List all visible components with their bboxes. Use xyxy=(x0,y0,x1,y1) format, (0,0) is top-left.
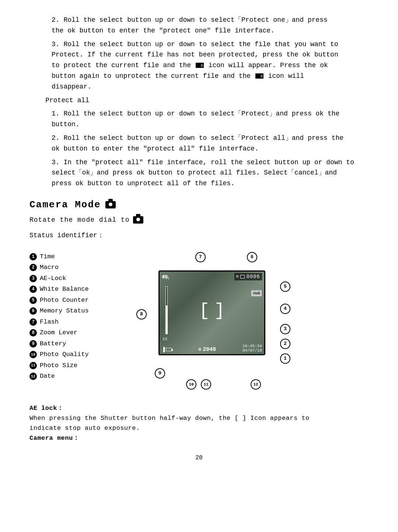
protect-all-label: Protect all xyxy=(29,95,369,106)
list-item: 9 Battery xyxy=(29,339,122,349)
diagram-container: 7 6 5 4 8 3 2 1 9 10 11 12 xyxy=(136,252,291,392)
intro-para1: 2. Roll the select button up or down to … xyxy=(52,15,369,36)
list-item: 2 Macro xyxy=(29,263,122,272)
intro-p2-l4: icon will appear. Press the ok xyxy=(209,62,328,69)
camera-screen-inner: ⚡A M 0006 4X xyxy=(160,272,264,354)
memory-display: ⊠ 2048 xyxy=(198,346,216,353)
bullet-12: 12 xyxy=(29,373,37,380)
camera-menu-label: Camera menu： xyxy=(29,433,369,443)
ae-lock-heading: AE lock： xyxy=(29,403,369,413)
pa-step3: 3. In the "protect all" file interface, … xyxy=(52,157,369,189)
rotate-line: Rotate the mode dial to xyxy=(29,216,369,224)
cam-counter: M 0006 xyxy=(234,273,262,280)
callout-12: 12 xyxy=(251,379,261,390)
datetime-display: 16:45:34 04/07/18 xyxy=(242,344,262,353)
camera-diagram: 7 6 5 4 8 3 2 1 9 10 11 12 xyxy=(136,252,369,392)
item-label-9: Battery xyxy=(40,339,66,349)
awb-badge: AWB xyxy=(251,290,262,297)
item-label-2: Macro xyxy=(40,263,59,272)
intro-p2-l5: button again to unprotect the current fi… xyxy=(52,72,251,80)
item-label-4: White Balance xyxy=(40,284,89,294)
callout-11: 11 xyxy=(201,379,211,390)
list-item: 3 AE-Lock xyxy=(29,274,122,283)
item-label-8: Zoom Lever xyxy=(40,328,77,338)
status-section: 1 Time 2 Macro 3 AE-Lock 4 White Balance… xyxy=(29,248,369,392)
bottom-section: AE lock： When pressing the Shutter butto… xyxy=(29,403,369,443)
status-identifier-label: Status identifier： xyxy=(29,230,369,241)
item-label-5: Photo Counter xyxy=(40,296,89,305)
callout-6: 6 xyxy=(247,252,257,262)
item-label-1: Time xyxy=(40,252,55,262)
hud-top: ⚡A M 0006 xyxy=(160,272,264,283)
callout-5: 5 xyxy=(280,281,290,292)
list-item: 7 Flash xyxy=(29,317,122,327)
bullet-1: 1 xyxy=(29,253,37,260)
callout-7: 7 xyxy=(195,252,206,262)
bullet-10: 10 xyxy=(29,351,37,358)
bullet-5: 5 xyxy=(29,297,37,304)
intro-para2: 3. Roll the select button up or down to … xyxy=(52,39,369,92)
page-content: 2. Roll the select button up or down to … xyxy=(29,15,369,461)
pa-step2: 2. Roll the select button up or down to … xyxy=(52,133,369,154)
camera-icon xyxy=(105,201,116,208)
item-label-11: Photo Size xyxy=(40,361,77,370)
callout-1: 1 xyxy=(280,353,290,364)
protect-icon-1 xyxy=(196,63,204,68)
ae-lock-text1: When pressing the Shutter button half-wa… xyxy=(29,413,369,423)
pa-step1: 1. Roll the select button up or down to … xyxy=(52,108,369,130)
page-number: 20 xyxy=(29,455,369,461)
list-item: 11 Photo Size xyxy=(29,361,122,370)
list-item: 6 Memory Status xyxy=(29,306,122,316)
list-item: 10 Photo Quality xyxy=(29,350,122,359)
callout-2: 2 xyxy=(280,339,290,349)
zoom-bar xyxy=(165,286,168,334)
intro-p2-l1: 3. Roll the select button up or down to … xyxy=(52,41,338,48)
ae-lock-text2: indicate stop auto exposure. xyxy=(29,423,369,433)
counter-value: 0006 xyxy=(246,274,260,280)
callout-3: 3 xyxy=(280,324,290,334)
bullet-4: 4 xyxy=(29,286,37,293)
list-item: 5 Photo Counter xyxy=(29,296,122,305)
intro-p2-l7: disappear. xyxy=(52,83,91,90)
callout-10: 10 xyxy=(186,379,196,390)
status-list: 1 Time 2 Macro 3 AE-Lock 4 White Balance… xyxy=(29,252,122,392)
item-label-10: Photo Quality xyxy=(40,350,89,359)
callout-8: 8 xyxy=(136,309,147,319)
item-label-12: Date xyxy=(40,372,55,381)
bullet-3: 3 xyxy=(29,275,37,282)
intro-p1-l1: 2. Roll the select button up or down to … xyxy=(52,16,328,24)
memory-value: 2048 xyxy=(203,346,216,353)
list-item: 8 Zoom Lever xyxy=(29,328,122,338)
intro-p2-l6: icon will xyxy=(268,72,304,80)
ix-label: IX xyxy=(163,337,167,341)
camera-screen: ⚡A M 0006 4X xyxy=(158,270,265,355)
list-item: 12 Date xyxy=(29,372,122,381)
bullet-6: 6 xyxy=(29,307,37,315)
callout-9: 9 xyxy=(155,368,165,379)
date-value: 04/07/18 xyxy=(242,348,262,353)
item-label-3: AE-Lock xyxy=(40,274,66,283)
intro-p2-l2: Protect. If the current file has not bee… xyxy=(52,51,338,58)
bullet-2: 2 xyxy=(29,264,37,271)
focus-bracket xyxy=(199,302,225,324)
mode-dial-icon xyxy=(133,216,143,224)
list-item: 1 Time xyxy=(29,252,122,262)
intro-p1-l2: the ok button to enter the "protect one"… xyxy=(52,27,275,34)
item-label-7: Flash xyxy=(40,317,59,327)
sd-icon: ⊠ xyxy=(198,346,201,352)
bullet-9: 9 xyxy=(29,340,37,348)
intro-p2-l3: to protect the current file and the xyxy=(52,62,191,69)
battery-icon xyxy=(166,348,172,351)
list-item: 4 White Balance xyxy=(29,284,122,294)
time-value: 16:45:34 xyxy=(242,344,262,348)
bullet-7: 7 xyxy=(29,318,37,326)
callout-4: 4 xyxy=(280,304,290,314)
bullet-11: 11 xyxy=(29,362,37,369)
bullet-8: 8 xyxy=(29,329,37,336)
camera-mode-heading: Camera Mode xyxy=(29,199,369,210)
battery-indicator: ▐ xyxy=(162,347,172,353)
item-label-6: Memory Status xyxy=(40,306,89,316)
zoom-level-label: 4X xyxy=(162,274,167,280)
hud-bottom: ▐ ⊠ 2048 16:45:34 04/07/18 xyxy=(160,342,264,354)
protect-icon-2 xyxy=(255,73,263,79)
